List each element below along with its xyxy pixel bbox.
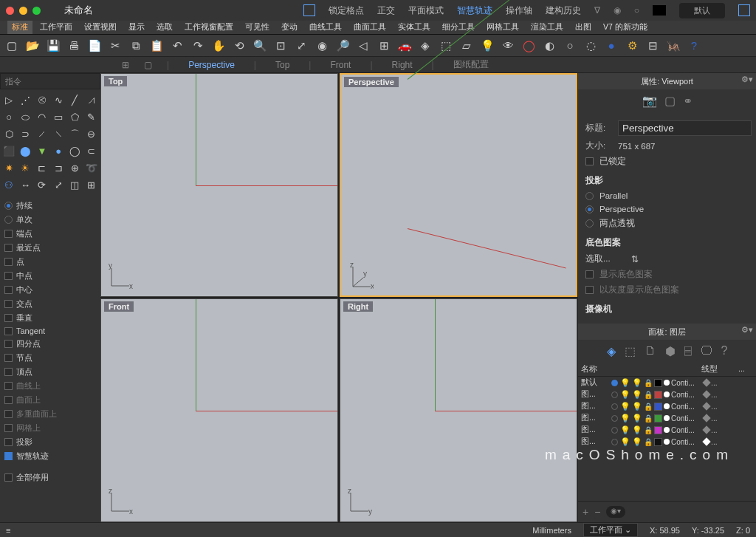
osnap-persist-radio[interactable] [4, 202, 13, 210]
help-icon[interactable]: ? [686, 38, 702, 54]
undo-icon[interactable]: ↶ [169, 38, 185, 54]
minimize-button[interactable] [19, 7, 27, 15]
menu-tab[interactable]: 渲染工具 [526, 21, 568, 34]
person-tool-icon[interactable]: ⚇ [1, 177, 16, 193]
layers-tab-icon[interactable]: ◈ [607, 344, 616, 358]
layer-color-swatch[interactable] [654, 391, 662, 399]
ellipse-tool-icon[interactable]: ⬭ [18, 109, 32, 125]
osnap-cb[interactable] [4, 382, 13, 390]
material-swatch[interactable] [664, 380, 670, 386]
bulb-dim-icon[interactable]: 💡 [632, 425, 642, 435]
print-icon[interactable]: 🖶 [66, 38, 82, 54]
extrude-tool-icon[interactable]: ⊏ [35, 160, 49, 176]
remove-layer-icon[interactable]: − [594, 506, 600, 518]
bulb-icon[interactable]: 💡 [620, 390, 630, 400]
menu-tab[interactable]: 出图 [571, 21, 596, 34]
cone-tool-icon[interactable]: ▼ [35, 143, 49, 159]
mirror-tool-icon[interactable]: ◫ [67, 177, 82, 193]
panel2-icon[interactable] [738, 4, 750, 16]
col-header[interactable]: ... [738, 364, 753, 374]
material-swatch[interactable] [664, 391, 670, 397]
cplane-icon[interactable]: ▱ [458, 38, 475, 54]
viewport-label[interactable]: Perspective [344, 77, 399, 87]
curve-tool-icon[interactable]: ∿ [51, 92, 66, 108]
maxview-icon[interactable]: ⊞ [122, 60, 129, 70]
menu-tab[interactable]: 显示 [124, 21, 149, 34]
projection-radio[interactable] [585, 205, 594, 213]
pipe-tool-icon[interactable]: ⊖ [84, 126, 99, 142]
osnap-cb[interactable] [4, 314, 13, 322]
light-icon[interactable]: 💡 [479, 38, 495, 54]
osnap-cb[interactable] [4, 354, 13, 362]
menu-tab[interactable]: 工作视窗配置 [180, 21, 238, 34]
lock-icon[interactable]: 🔒 [644, 379, 653, 387]
material-tab-icon[interactable]: ⚭ [683, 94, 693, 108]
osnap-once-radio[interactable] [4, 216, 13, 224]
osnap-cb[interactable] [4, 396, 13, 404]
col-header[interactable]: 线型 [701, 364, 738, 374]
material-swatch[interactable] [664, 427, 670, 433]
osnap-cb[interactable] [4, 368, 13, 376]
move-tool-icon[interactable]: ↔ [18, 177, 32, 193]
bulb-dim-icon[interactable]: 💡 [632, 390, 642, 400]
car-icon[interactable]: 🚗 [396, 38, 413, 54]
viewport-tab[interactable]: Front [326, 58, 355, 72]
hide-icon[interactable]: 👁 [500, 38, 516, 54]
viewport-label[interactable]: Right [343, 301, 373, 312]
zoom-button[interactable] [32, 7, 41, 15]
redo-icon[interactable]: ↷ [190, 38, 206, 54]
layer-current-radio[interactable] [611, 380, 618, 386]
material-swatch[interactable] [664, 415, 670, 421]
wallpaper-show-cb[interactable] [585, 270, 594, 278]
menu-icon[interactable]: ≡ [6, 526, 10, 535]
menu-tab[interactable]: 工作平面 [35, 21, 77, 34]
torus-tool-icon[interactable]: ◯ [67, 143, 82, 159]
menu-tab[interactable]: 曲面工具 [349, 21, 391, 34]
print-color-icon[interactable] [702, 437, 710, 445]
view-icon[interactable]: ▢ [144, 60, 152, 70]
rot-tool-icon[interactable]: ⟳ [35, 177, 49, 193]
circle-tool-icon[interactable]: ○ [1, 109, 16, 125]
zoom-win-icon[interactable]: ⊡ [272, 38, 289, 54]
scale-tool-icon[interactable]: ⤢ [51, 177, 66, 193]
shade-icon[interactable]: ◐ [541, 38, 557, 54]
join-tool-icon[interactable]: ⊃ [18, 126, 32, 142]
copy-icon[interactable]: ⧉ [128, 38, 144, 54]
layer-row[interactable]: 图... 💡 💡 🔒 Conti... ... [578, 436, 756, 448]
text-tool-icon[interactable]: ⊂ [84, 143, 99, 159]
layer-current-radio[interactable] [611, 415, 618, 422]
cplane-dropdown[interactable]: 工作平面 ⌄ [583, 523, 638, 537]
bulb-dim-icon[interactable]: 💡 [632, 437, 642, 447]
print-color-icon[interactable] [702, 390, 710, 398]
wallpaper-gray-cb[interactable] [585, 286, 594, 294]
boolean-tool-icon[interactable]: ⊕ [67, 160, 82, 176]
cyl-tool-icon[interactable]: ⬤ [18, 143, 32, 159]
viewport-label[interactable]: Top [104, 76, 127, 86]
layer-row[interactable]: 图... 💡 💡 🔒 Conti... ... [578, 412, 756, 424]
layer-color-swatch[interactable] [654, 426, 662, 434]
menu-tab[interactable]: 曲线工具 [305, 21, 346, 34]
osnap-cb[interactable] [4, 452, 13, 460]
viewport-title-input[interactable] [618, 120, 752, 136]
layer-icon[interactable]: ◈ [417, 38, 433, 54]
trim-tool-icon[interactable]: ⟋ [35, 126, 49, 142]
bulb-icon[interactable]: 💡 [620, 425, 630, 435]
bulb-icon[interactable]: 💡 [620, 378, 630, 388]
material-swatch[interactable] [664, 403, 670, 409]
split-tool-icon[interactable]: ⟍ [51, 126, 66, 142]
panel-icon[interactable] [303, 4, 315, 16]
import-icon[interactable]: 📄 [86, 38, 103, 54]
viewport-tab[interactable]: 图纸配置 [449, 57, 493, 72]
layer-color-swatch[interactable] [654, 438, 662, 446]
toggle-history[interactable]: 建构历史 [546, 4, 581, 17]
layer-current-radio[interactable] [611, 427, 618, 434]
viewport-front[interactable]: Front zx [100, 298, 338, 522]
projection-radio[interactable] [585, 192, 594, 200]
osnap-cb[interactable] [4, 258, 13, 266]
viewport-tab[interactable]: Top [271, 58, 294, 72]
layer-current-radio[interactable] [611, 391, 618, 398]
save-icon[interactable]: 💾 [45, 38, 61, 54]
render-icon[interactable]: ◯ [520, 38, 537, 54]
lock-icon[interactable]: 🔒 [644, 438, 653, 446]
ghost-icon[interactable]: ◌ [583, 38, 599, 54]
